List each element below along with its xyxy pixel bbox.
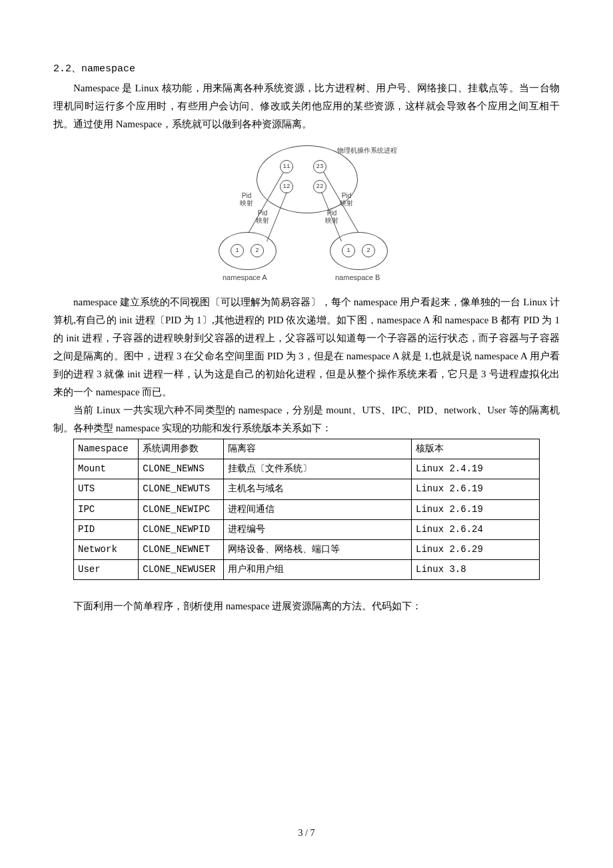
table-row: IPC CLONE_NEWIPC 进程间通信 Linux 2.6.19: [74, 499, 540, 519]
table-row: Network CLONE_NEWNET 网络设备、网络栈、端口等 Linux …: [74, 539, 540, 559]
proc-node-22: 22: [313, 180, 326, 193]
proc-node-23: 23: [313, 160, 326, 173]
paragraph-code-intro: 下面利用一个简单程序，剖析使用 namespace 进展资源隔离的方法。代码如下…: [53, 597, 560, 615]
proc-node-1: 1: [342, 244, 355, 257]
table-row: Mount CLONE_NEWNS 挂载点〔文件系统〕 Linux 2.4.19: [74, 459, 540, 479]
paragraph-types: 当前 Linux 一共实现六种不同类型的 namespace，分别是 mount…: [53, 401, 560, 437]
cell: CLONE_NEWNS: [139, 459, 224, 479]
table-row: UTS CLONE_NEWUTS 主机名与域名 Linux 2.6.19: [74, 479, 540, 499]
cell: PID: [74, 519, 139, 539]
paragraph-intro: Namespace 是 Linux 核功能，用来隔离各种系统资源，比方进程树、用…: [53, 79, 560, 133]
proc-node-1: 1: [231, 244, 244, 257]
cell: CLONE_NEWUSER: [139, 560, 224, 580]
table-row: Namespace 系统调用参数 隔离容 核版本: [74, 439, 540, 459]
section-heading: 2.2、namespace: [53, 60, 560, 78]
table-row: User CLONE_NEWUSER 用户和用户组 Linux 3.8: [74, 560, 540, 580]
namespace-table: Namespace 系统调用参数 隔离容 核版本 Mount CLONE_NEW…: [73, 439, 540, 580]
proc-node-2: 2: [251, 244, 264, 257]
proc-node-2: 2: [362, 244, 375, 257]
cell: 主机名与域名: [223, 479, 411, 499]
paragraph-explain: namespace 建立系统的不同视图〔可以理解为简易容器〕，每个 namesp…: [53, 293, 560, 401]
cell: Linux 2.4.19: [412, 459, 540, 479]
ns-b-label: namespace B: [335, 273, 380, 281]
cell: Linux 2.6.29: [412, 539, 540, 559]
th-isolate: 隔离容: [223, 439, 411, 459]
namespace-diagram: 物理机操作系统进程 11 23 12 22 Pid 映射 Pid 映射 Pid …: [207, 145, 406, 285]
cell: IPC: [74, 499, 139, 519]
th-namespace: Namespace: [74, 439, 139, 459]
diagram-title: 物理机操作系统进程: [337, 147, 397, 154]
cell: 用户和用户组: [223, 560, 411, 580]
th-syscall: 系统调用参数: [139, 439, 224, 459]
table-row: PID CLONE_NEWPID 进程编号 Linux 2.6.24: [74, 519, 540, 539]
ns-a-ellipse: [219, 232, 277, 270]
cell: Linux 3.8: [412, 560, 540, 580]
proc-node-12: 12: [280, 180, 293, 193]
pid-map-label: Pid 映射: [325, 209, 338, 224]
page-number: 3 / 7: [0, 825, 613, 841]
ns-b-ellipse: [330, 232, 388, 270]
cell: 进程编号: [223, 519, 411, 539]
ns-a-label: namespace A: [223, 273, 267, 281]
pid-map-label: Pid 映射: [340, 192, 353, 207]
cell: UTS: [74, 479, 139, 499]
cell: User: [74, 560, 139, 580]
cell: 挂载点〔文件系统〕: [223, 459, 411, 479]
cell: CLONE_NEWPID: [139, 519, 224, 539]
th-kernel: 核版本: [412, 439, 540, 459]
cell: Mount: [74, 459, 139, 479]
cell: 网络设备、网络栈、端口等: [223, 539, 411, 559]
cell: CLONE_NEWUTS: [139, 479, 224, 499]
cell: CLONE_NEWIPC: [139, 499, 224, 519]
pid-map-label: Pid 映射: [256, 209, 269, 224]
cell: Linux 2.6.19: [412, 499, 540, 519]
cell: Linux 2.6.19: [412, 479, 540, 499]
cell: CLONE_NEWNET: [139, 539, 224, 559]
cell: 进程间通信: [223, 499, 411, 519]
cell: Network: [74, 539, 139, 559]
pid-map-label: Pid 映射: [240, 192, 253, 207]
proc-node-11: 11: [280, 160, 293, 173]
document-page: 2.2、namespace Namespace 是 Linux 核功能，用来隔离…: [0, 0, 613, 868]
cell: Linux 2.6.24: [412, 519, 540, 539]
